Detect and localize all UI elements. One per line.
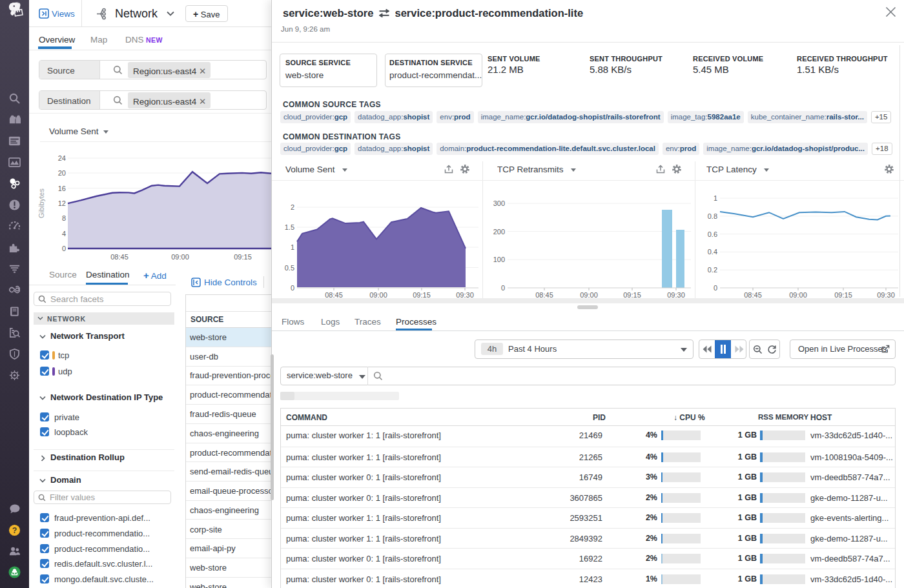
svg-text:200: 200 bbox=[493, 228, 505, 236]
svg-text:08:45: 08:45 bbox=[325, 291, 343, 298]
svg-text:09:15: 09:15 bbox=[834, 291, 852, 298]
svg-text:09:15: 09:15 bbox=[234, 253, 252, 261]
svg-text:100: 100 bbox=[493, 256, 505, 263]
svg-text:09:00: 09:00 bbox=[369, 291, 387, 298]
svg-text:09:15: 09:15 bbox=[413, 291, 431, 298]
svg-text:09:00: 09:00 bbox=[580, 291, 598, 298]
svg-text:12: 12 bbox=[58, 199, 66, 207]
svg-text:09:00: 09:00 bbox=[789, 291, 807, 298]
svg-text:20: 20 bbox=[58, 169, 66, 177]
svg-text:2: 2 bbox=[291, 203, 294, 211]
svg-text:08:45: 08:45 bbox=[110, 253, 128, 261]
svg-text:09:15: 09:15 bbox=[623, 291, 641, 298]
svg-text:1: 1 bbox=[714, 194, 717, 202]
svg-text:0.2: 0.2 bbox=[708, 266, 717, 274]
svg-text:0.4: 0.4 bbox=[708, 248, 717, 256]
svg-text:0: 0 bbox=[501, 284, 505, 292]
svg-text:0.8: 0.8 bbox=[708, 212, 717, 220]
svg-text:300: 300 bbox=[493, 199, 505, 207]
svg-text:09:30: 09:30 bbox=[667, 291, 685, 298]
svg-text:16: 16 bbox=[58, 185, 66, 192]
svg-text:0.6: 0.6 bbox=[708, 230, 717, 238]
svg-text:0.5: 0.5 bbox=[285, 264, 294, 272]
svg-text:1: 1 bbox=[291, 243, 294, 251]
svg-text:09:30: 09:30 bbox=[456, 291, 474, 298]
svg-text:0: 0 bbox=[291, 284, 294, 292]
svg-text:09:00: 09:00 bbox=[171, 253, 189, 261]
svg-text:24: 24 bbox=[58, 154, 66, 162]
svg-text:09:30: 09:30 bbox=[877, 291, 895, 298]
svg-text:4: 4 bbox=[62, 230, 66, 238]
svg-text:1.5: 1.5 bbox=[285, 223, 294, 231]
svg-text:0: 0 bbox=[62, 245, 66, 252]
svg-text:?: ? bbox=[12, 526, 17, 535]
svg-text:Gibibytes: Gibibytes bbox=[37, 188, 45, 218]
svg-text:08:45: 08:45 bbox=[535, 291, 553, 298]
svg-text:0: 0 bbox=[714, 284, 717, 292]
svg-text:8: 8 bbox=[62, 214, 66, 222]
svg-text:08:45: 08:45 bbox=[744, 291, 762, 298]
